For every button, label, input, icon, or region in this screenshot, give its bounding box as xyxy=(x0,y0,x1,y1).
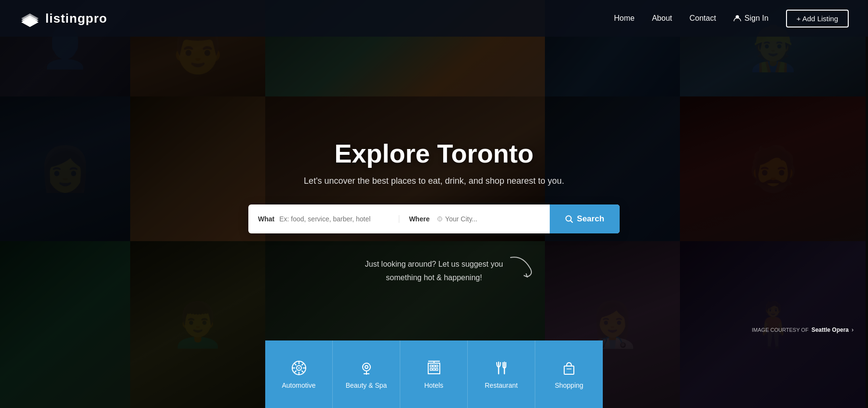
svg-line-18 xyxy=(301,363,303,365)
automotive-label: Automotive xyxy=(282,381,315,389)
category-hotels[interactable]: Hotels xyxy=(400,340,468,408)
svg-line-17 xyxy=(301,371,303,373)
sign-in-button[interactable]: Sign In xyxy=(733,14,769,23)
search-bar: What Where Search xyxy=(248,204,620,233)
svg-rect-31 xyxy=(436,368,438,370)
svg-rect-27 xyxy=(433,365,435,367)
svg-line-16 xyxy=(294,363,296,365)
svg-rect-26 xyxy=(430,365,432,367)
add-listing-button[interactable]: + Add Listing xyxy=(786,10,849,27)
logo-area: listingpro xyxy=(19,10,107,27)
hotels-icon xyxy=(425,359,443,377)
svg-point-2 xyxy=(439,218,440,219)
image-courtesy: IMAGE COURTESY OF Seattle Opera › xyxy=(752,326,854,333)
where-label: Where xyxy=(409,215,430,223)
hero-title: Explore Toronto xyxy=(335,138,534,168)
svg-line-8 xyxy=(571,221,573,223)
search-icon xyxy=(565,215,573,223)
suggestion-line2: something hot & happening! xyxy=(365,271,503,284)
main-nav: Home About Contact Sign In + Add Listing xyxy=(614,10,849,27)
svg-point-20 xyxy=(363,363,370,371)
logo-icon xyxy=(19,10,41,27)
category-automotive[interactable]: Automotive xyxy=(265,340,333,408)
category-restaurant[interactable]: Restaurant xyxy=(468,340,535,408)
category-beauty-spa[interactable]: Beauty & Spa xyxy=(333,340,400,408)
restaurant-label: Restaurant xyxy=(485,381,517,389)
search-where-section: Where xyxy=(399,215,550,223)
svg-line-19 xyxy=(294,371,296,373)
nav-home[interactable]: Home xyxy=(614,14,635,23)
what-label: What xyxy=(258,215,274,223)
courtesy-brand[interactable]: Seattle Opera xyxy=(812,326,849,333)
restaurant-icon xyxy=(493,359,510,377)
svg-point-11 xyxy=(298,367,299,369)
automotive-icon xyxy=(290,359,308,377)
search-what-input[interactable] xyxy=(279,215,389,223)
suggestion-area: Just looking around? Let us suggest you … xyxy=(365,258,503,284)
svg-rect-36 xyxy=(564,366,574,374)
svg-rect-28 xyxy=(436,365,438,367)
nav-contact[interactable]: Contact xyxy=(690,14,716,23)
location-icon xyxy=(437,216,442,222)
hotels-label: Hotels xyxy=(424,381,444,389)
svg-rect-30 xyxy=(433,368,435,370)
search-what-section: What xyxy=(248,215,399,223)
shopping-label: Shopping xyxy=(555,381,583,389)
svg-point-21 xyxy=(365,366,368,368)
hero-subtitle: Let's uncover the best places to eat, dr… xyxy=(304,176,564,186)
beauty-spa-icon xyxy=(358,359,375,377)
beauty-spa-label: Beauty & Spa xyxy=(346,381,387,389)
user-icon xyxy=(733,14,741,22)
courtesy-arrow: › xyxy=(852,326,854,333)
category-shopping[interactable]: Shopping xyxy=(535,340,603,408)
search-button[interactable]: Search xyxy=(550,204,620,233)
shopping-icon xyxy=(560,359,578,377)
courtesy-prefix: IMAGE COURTESY OF xyxy=(752,327,809,333)
logo-text: listingpro xyxy=(45,11,107,26)
categories-bar: Automotive Beauty & Spa Hotels xyxy=(265,340,603,408)
header: listingpro Home About Contact Sign In + … xyxy=(0,0,868,37)
nav-about[interactable]: About xyxy=(652,14,672,23)
suggestion-arrow xyxy=(508,255,537,279)
search-where-input[interactable] xyxy=(445,215,540,223)
svg-rect-29 xyxy=(430,368,432,370)
suggestion-line1: Just looking around? Let us suggest you xyxy=(365,258,503,271)
